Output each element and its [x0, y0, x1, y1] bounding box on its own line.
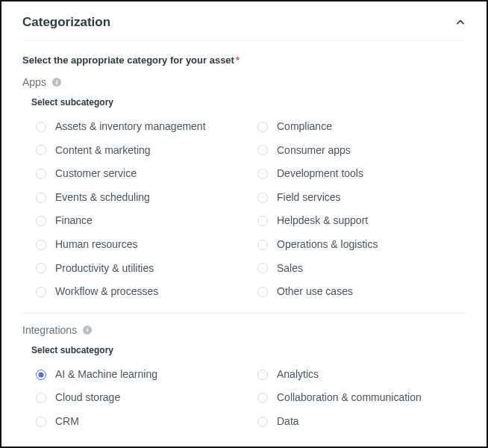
- radio-button[interactable]: [257, 240, 268, 250]
- category-header-integrations: Integrationsi: [22, 324, 466, 336]
- option-item[interactable]: Human resources: [31, 233, 244, 257]
- category-apps: AppsiSelect subcategoryAssets & inventor…: [22, 76, 466, 304]
- option-item[interactable]: Sales: [253, 257, 466, 281]
- info-icon[interactable]: i: [83, 326, 92, 335]
- option-label: Field services: [277, 190, 341, 205]
- option-item[interactable]: Helpdesk & support: [253, 209, 466, 233]
- option-item[interactable]: Operations & logistics: [253, 233, 466, 257]
- option-label: Sales: [277, 261, 303, 276]
- option-item[interactable]: Assets & inventory management: [31, 115, 244, 139]
- option-label: Customer service: [55, 167, 137, 181]
- instruction-text: Select the appropriate category for your…: [22, 55, 466, 66]
- option-item[interactable]: Consumer apps: [253, 139, 466, 163]
- subcategory-block: Select subcategoryAI & Machine learningA…: [22, 345, 466, 434]
- panel-title: Categorization: [22, 15, 110, 30]
- chevron-up-icon[interactable]: [455, 17, 466, 28]
- radio-button[interactable]: [36, 370, 46, 380]
- option-label: Assets & inventory management: [55, 119, 206, 134]
- radio-button[interactable]: [257, 417, 268, 427]
- option-item[interactable]: Field services: [253, 186, 466, 210]
- radio-button[interactable]: [36, 145, 46, 155]
- category-label: Integrations: [22, 324, 77, 336]
- radio-button[interactable]: [257, 193, 268, 203]
- radio-button[interactable]: [257, 216, 268, 226]
- option-item[interactable]: Cloud storage: [31, 386, 244, 410]
- category-header-apps: Appsi: [22, 76, 466, 88]
- option-label: Analytics: [277, 367, 319, 382]
- option-label: Helpdesk & support: [277, 214, 368, 228]
- option-label: CRM: [55, 414, 79, 429]
- option-item[interactable]: Content & marketing: [31, 139, 244, 163]
- option-label: Workflow & processes: [55, 284, 158, 299]
- option-item[interactable]: Customer service: [31, 162, 244, 186]
- option-item[interactable]: Compliance: [253, 115, 466, 139]
- option-item[interactable]: Events & scheduling: [31, 186, 244, 210]
- radio-button[interactable]: [257, 122, 268, 132]
- option-item[interactable]: Data: [253, 410, 466, 434]
- option-item[interactable]: Development tools: [253, 162, 466, 186]
- radio-button[interactable]: [257, 393, 268, 403]
- option-label: Finance: [55, 214, 93, 228]
- panel-header[interactable]: Categorization: [22, 15, 466, 41]
- info-icon[interactable]: i: [52, 78, 61, 87]
- radio-button[interactable]: [36, 393, 46, 403]
- category-label: Apps: [22, 76, 46, 88]
- radio-button[interactable]: [257, 145, 268, 155]
- options-grid: AI & Machine learningAnalyticsCloud stor…: [31, 363, 466, 434]
- option-item[interactable]: Collaboration & communication: [253, 386, 466, 410]
- option-item[interactable]: AI & Machine learning: [31, 363, 244, 387]
- option-label: Data: [277, 414, 299, 429]
- option-label: Cloud storage: [55, 391, 120, 405]
- radio-button[interactable]: [36, 240, 46, 250]
- radio-button[interactable]: [36, 193, 46, 203]
- option-label: Operations & logistics: [277, 237, 378, 252]
- radio-button[interactable]: [36, 287, 46, 297]
- subcategory-heading: Select subcategory: [31, 97, 466, 108]
- option-label: Development tools: [277, 167, 363, 181]
- radio-button[interactable]: [36, 122, 46, 132]
- radio-button[interactable]: [257, 370, 268, 380]
- option-label: Consumer apps: [277, 143, 351, 158]
- categorization-panel: Categorization Select the appropriate ca…: [0, 0, 488, 448]
- divider: [22, 313, 466, 314]
- subcategory-block: Select subcategoryAssets & inventory man…: [22, 97, 466, 304]
- radio-button[interactable]: [257, 263, 268, 273]
- option-label: AI & Machine learning: [55, 367, 157, 382]
- option-item[interactable]: Productivity & utilities: [31, 257, 244, 281]
- option-item[interactable]: Other use cases: [253, 280, 466, 304]
- option-label: Events & scheduling: [55, 190, 150, 205]
- required-asterisk: *: [236, 55, 240, 66]
- option-label: Other use cases: [277, 284, 353, 299]
- option-label: Productivity & utilities: [55, 261, 154, 276]
- radio-button[interactable]: [36, 263, 46, 273]
- radio-button[interactable]: [36, 417, 46, 427]
- radio-button[interactable]: [257, 169, 268, 179]
- option-label: Compliance: [277, 119, 332, 134]
- option-label: Collaboration & communication: [277, 391, 422, 405]
- radio-button[interactable]: [257, 287, 268, 297]
- options-grid: Assets & inventory managementComplianceC…: [31, 115, 466, 304]
- option-label: Human resources: [55, 237, 138, 252]
- option-item[interactable]: Workflow & processes: [31, 280, 244, 304]
- option-item[interactable]: Analytics: [253, 363, 466, 387]
- category-integrations: IntegrationsiSelect subcategoryAI & Mach…: [22, 324, 466, 434]
- option-item[interactable]: Finance: [31, 209, 244, 233]
- instruction-label: Select the appropriate category for your…: [22, 55, 234, 66]
- radio-button[interactable]: [36, 216, 46, 226]
- subcategory-heading: Select subcategory: [31, 345, 466, 355]
- option-item[interactable]: CRM: [31, 410, 244, 434]
- radio-button[interactable]: [36, 169, 46, 179]
- option-label: Content & marketing: [55, 143, 151, 158]
